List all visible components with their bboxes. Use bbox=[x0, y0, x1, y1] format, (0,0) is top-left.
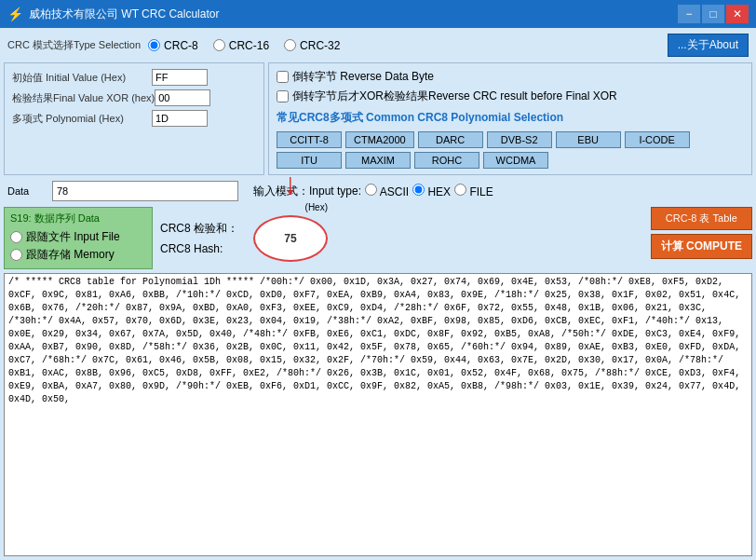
final-xor-input[interactable] bbox=[155, 89, 210, 106]
poly-ebu[interactable]: EBU bbox=[556, 131, 621, 148]
initial-value-row: 初始值 Initial Value (Hex) bbox=[12, 69, 256, 86]
close-button[interactable]: ✕ bbox=[726, 5, 749, 23]
data-input[interactable] bbox=[52, 181, 238, 201]
right-panel: 倒转字节 Reverse Data Byte 倒转字节后才XOR检验结果Reve… bbox=[268, 62, 752, 175]
crc-value: 75 bbox=[284, 232, 296, 245]
middle-section: 初始值 Initial Value (Hex) 检验结果Final Value … bbox=[4, 62, 752, 175]
minimize-button[interactable]: − bbox=[678, 5, 700, 23]
reverse-crc-label: 倒转字节后才XOR检验结果Reverse CRC result before F… bbox=[292, 89, 617, 104]
code-area[interactable]: /* ***** CRC8 table for Polynomial 1Dh *… bbox=[4, 273, 752, 556]
title-bar: ⚡ 威柏技术有限公司 WT CRC Calculator − □ ✕ bbox=[0, 0, 756, 28]
crc32-option[interactable]: CRC-32 bbox=[284, 39, 340, 52]
hex-mode[interactable]: HEX bbox=[412, 184, 451, 198]
crc8-poly-title: 常见CRC8多项式 Common CRC8 Polynomial Selecti… bbox=[277, 110, 744, 126]
maximize-button[interactable]: □ bbox=[702, 5, 724, 23]
title-text: 威柏技术有限公司 WT CRC Calculator bbox=[29, 7, 678, 22]
final-xor-row: 检验结果Final Value XOR (hex) bbox=[12, 89, 256, 106]
poly-rohc[interactable]: ROHC bbox=[414, 152, 479, 169]
data-label: Data bbox=[7, 185, 45, 197]
input-mode-label: 输入模式：Input type: bbox=[253, 184, 361, 199]
about-button[interactable]: ...关于About bbox=[668, 34, 749, 57]
file-mode[interactable]: FILE bbox=[454, 184, 493, 198]
crc-value-display: 75 bbox=[253, 215, 328, 262]
hex-label: (Hex) bbox=[305, 202, 328, 212]
initial-value-label: 初始值 Initial Value (Hex) bbox=[12, 71, 152, 85]
window-controls: − □ ✕ bbox=[678, 5, 749, 23]
poly-ctma2000[interactable]: CTMA2000 bbox=[345, 131, 414, 148]
compute-button[interactable]: 计算 COMPUTE bbox=[651, 234, 752, 259]
crc-mode-group: CRC-8 CRC-16 CRC-32 bbox=[148, 39, 340, 52]
s19-title: S19: 数据序列 Data bbox=[10, 212, 146, 225]
reverse-crc-checkbox-row[interactable]: 倒转字节后才XOR检验结果Reverse CRC result before F… bbox=[277, 89, 744, 104]
reverse-crc-checkbox[interactable] bbox=[277, 90, 289, 102]
ascii-mode[interactable]: ASCII bbox=[365, 184, 409, 198]
s19-input-file-label: 跟随文件 Input File bbox=[26, 229, 120, 245]
crc8-option[interactable]: CRC-8 bbox=[148, 39, 198, 52]
crc-labels: CRC8 检验和： CRC8 Hash: bbox=[160, 221, 238, 255]
poly-maxim[interactable]: MAXIM bbox=[345, 152, 411, 169]
initial-value-input[interactable] bbox=[152, 69, 208, 86]
red-arrow-icon: ↓ bbox=[283, 169, 298, 198]
reverse-byte-label: 倒转字节 Reverse Data Byte bbox=[292, 69, 434, 85]
crc16-label: CRC-16 bbox=[229, 39, 269, 52]
crc8-sum-label: CRC8 检验和： bbox=[160, 221, 238, 237]
action-buttons: CRC-8 表 Table 计算 COMPUTE bbox=[651, 207, 752, 269]
poly-icode[interactable]: I-CODE bbox=[625, 131, 690, 148]
compute-section: S19: 数据序列 Data 跟随文件 Input File 跟随存储 Memo… bbox=[4, 207, 752, 269]
reverse-byte-checkbox-row[interactable]: 倒转字节 Reverse Data Byte bbox=[277, 69, 744, 85]
main-content: CRC 模式选择Type Selection CRC-8 CRC-16 CRC-… bbox=[0, 28, 756, 560]
polynomial-label: 多项式 Polynomial (Hex) bbox=[12, 112, 152, 126]
crc-value-container: (Hex) 75 ↓ bbox=[253, 215, 328, 262]
poly-wcdma[interactable]: WCDMA bbox=[483, 152, 548, 169]
poly-darc[interactable]: DARC bbox=[418, 131, 483, 148]
final-xor-label: 检验结果Final Value XOR (hex) bbox=[12, 91, 155, 105]
s19-panel: S19: 数据序列 Data 跟随文件 Input File 跟随存储 Memo… bbox=[4, 207, 153, 269]
table-button[interactable]: CRC-8 表 Table bbox=[651, 207, 752, 230]
poly-buttons-group: CCITT-8 CTMA2000 DARC DVB-S2 EBU I-CODE … bbox=[277, 131, 744, 169]
mode-selection-label: CRC 模式选择Type Selection bbox=[7, 38, 141, 52]
s19-memory[interactable]: 跟随存储 Memory bbox=[10, 247, 146, 263]
crc32-label: CRC-32 bbox=[300, 39, 340, 52]
poly-ccitt8[interactable]: CCITT-8 bbox=[277, 131, 342, 148]
crc16-option[interactable]: CRC-16 bbox=[213, 39, 269, 52]
poly-dvbs2[interactable]: DVB-S2 bbox=[487, 131, 552, 148]
app-icon: ⚡ bbox=[7, 7, 23, 21]
mode-selection-row: CRC 模式选择Type Selection CRC-8 CRC-16 CRC-… bbox=[4, 32, 752, 59]
crc8-hash-label: CRC8 Hash: bbox=[160, 242, 238, 255]
s19-input-file[interactable]: 跟随文件 Input File bbox=[10, 229, 146, 245]
polynomial-row: 多项式 Polynomial (Hex) bbox=[12, 110, 256, 127]
crc8-label: CRC-8 bbox=[164, 39, 198, 52]
polynomial-input[interactable] bbox=[152, 110, 208, 127]
left-panel: 初始值 Initial Value (Hex) 检验结果Final Value … bbox=[4, 62, 264, 175]
crc-result-panel: CRC8 检验和： CRC8 Hash: (Hex) 75 ↓ bbox=[156, 207, 647, 269]
reverse-byte-checkbox[interactable] bbox=[277, 71, 289, 83]
data-input-row: Data 输入模式：Input type: ASCII HEX FILE bbox=[4, 179, 752, 203]
s19-memory-label: 跟随存储 Memory bbox=[26, 247, 115, 263]
